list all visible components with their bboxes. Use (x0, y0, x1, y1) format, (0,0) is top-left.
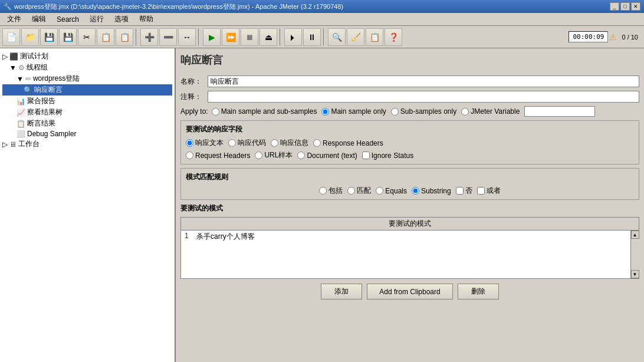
rf-info[interactable]: 响应信息 (271, 138, 308, 148)
aggregate-icon: 📊 (17, 97, 25, 106)
rf-req-headers[interactable]: Request Headers (186, 152, 250, 160)
pr-substring[interactable]: Substring (412, 187, 451, 195)
tree-label-workbench: 工作台 (18, 139, 40, 149)
rf-code[interactable]: 响应代码 (228, 138, 266, 148)
open-button[interactable]: 📁 (21, 28, 39, 46)
menu-help[interactable]: 帮助 (134, 13, 158, 25)
rf-ignore[interactable]: Ignore Status (362, 152, 413, 160)
radio-main-only[interactable]: Main sample only (321, 107, 386, 116)
result-tree-icon: 📈 (17, 108, 25, 117)
tree-item-result-tree[interactable]: 📈 察看结果树 (2, 107, 172, 118)
pr-or[interactable]: 或者 (477, 186, 501, 196)
tree-item-test-plan[interactable]: ▷ ⬛ 测试计划 (2, 51, 172, 62)
tree-item-wordpress[interactable]: ▼ ✏ wordpress登陆 (2, 73, 172, 84)
jmeter-variable-input[interactable] (524, 106, 595, 117)
menu-edit[interactable]: 编辑 (27, 13, 51, 25)
radio-sub-only-input[interactable] (391, 108, 399, 116)
help-btn[interactable]: ❓ (385, 28, 402, 46)
app-icon: 🔧 (4, 3, 12, 11)
list-btn[interactable]: 📋 (366, 28, 383, 46)
rf-headers[interactable]: Response Headers (313, 139, 383, 147)
comment-label: 注释： (180, 92, 204, 102)
warning-icon: ⚠ (609, 32, 617, 42)
add-button[interactable]: 添加 (321, 284, 362, 300)
menu-run[interactable]: 运行 (85, 13, 109, 25)
search-btn[interactable]: 🔍 (328, 28, 346, 46)
apply-to-group: Main sample and sub-samples Main sample … (212, 106, 596, 117)
test-patterns-label: 要测试的模式 (180, 203, 639, 213)
response-field-group: 响应文本 响应代码 响应信息 Response Headers (186, 138, 634, 148)
scroll-up[interactable]: ▲ (631, 231, 639, 239)
maximize-button[interactable]: □ (620, 2, 630, 11)
tree-item-aggregate[interactable]: 📊 聚合报告 (2, 96, 172, 107)
close-button[interactable]: ✕ (631, 2, 640, 11)
scroll-track (631, 239, 639, 270)
cut-button[interactable]: ✂ (78, 28, 96, 46)
start-no-pauses[interactable]: ⏩ (222, 28, 239, 46)
paste-button[interactable]: 📋 (116, 28, 133, 46)
sample-count: 0 / 10 (618, 32, 642, 42)
window-title: wordpress登陆.jmx (D:\study\apache-jmeter-… (14, 2, 343, 11)
rf-text[interactable]: 响应文本 (186, 138, 224, 148)
title-bar-left: 🔧 wordpress登陆.jmx (D:\study\apache-jmete… (4, 2, 343, 11)
pattern-rule-group: 包括 匹配 Equals Substring 否 (186, 186, 634, 196)
assertion-result-icon: 📋 (17, 120, 25, 128)
minimize-button[interactable]: _ (610, 2, 619, 11)
save-button[interactable]: 💾 (40, 28, 58, 46)
save-all-button[interactable]: 💾 (59, 28, 77, 46)
shutdown-button[interactable]: ⏏ (259, 28, 277, 46)
radio-main-sub-label: Main sample and sub-samples (221, 107, 317, 116)
clear-btn[interactable]: 🧹 (347, 28, 364, 46)
radio-main-only-label: Main sample only (331, 107, 386, 116)
radio-jmeter-var[interactable]: JMeter Variable (461, 107, 520, 116)
pr-not[interactable]: 否 (456, 186, 472, 196)
debug-icon: ⬜ (17, 130, 25, 138)
start-button[interactable]: ▶ (203, 28, 221, 46)
tree-item-thread-group[interactable]: ▼ ⚙ 线程组 (2, 62, 172, 73)
radio-main-sub-input[interactable] (212, 108, 219, 116)
add-from-clipboard-button[interactable]: Add from Clipboard (367, 284, 452, 300)
radio-jmeter-var-input[interactable] (461, 108, 469, 116)
name-input[interactable] (208, 75, 639, 87)
rf-url[interactable]: URL样本 (255, 150, 293, 160)
remote-stop-all[interactable]: ⏸ (303, 28, 321, 46)
pr-equals[interactable]: Equals (376, 187, 407, 195)
recorder-icon: ✏ (25, 75, 31, 83)
elapsed-time: 00:00:09 (569, 31, 608, 42)
table-row: 1 杀手carry个人博客 (181, 231, 639, 243)
new-button[interactable]: 📄 (2, 28, 20, 46)
menu-options[interactable]: 选项 (110, 13, 133, 25)
expand-icon-wb: ▷ (2, 140, 8, 149)
duplicate-button[interactable]: ↔ (178, 28, 196, 46)
tree-item-debug[interactable]: ⬜ Debug Sampler (2, 129, 172, 139)
menu-search[interactable]: Search (52, 14, 84, 25)
remove-button[interactable]: ➖ (159, 28, 177, 46)
radio-sub-only[interactable]: Sub-samples only (391, 107, 456, 116)
pr-includes[interactable]: 包括 (319, 186, 343, 196)
tree-item-assert[interactable]: 🔍 响应断言 (2, 84, 172, 96)
tree-item-workbench[interactable]: ▷ 🖥 工作台 (2, 139, 172, 150)
scroll-down[interactable]: ▼ (631, 270, 639, 278)
tree-label-thread-group: 线程组 (27, 62, 48, 73)
comment-input[interactable] (208, 91, 639, 103)
panel-title: 响应断言 (180, 53, 639, 70)
copy-button[interactable]: 📋 (97, 28, 114, 46)
content-panel: 响应断言 名称： 注释： Apply to: Main sample and s… (176, 48, 644, 362)
stop-button[interactable]: ⏹ (241, 28, 258, 46)
assert-icon: 🔍 (24, 86, 32, 94)
remote-start-all[interactable]: ⏵ (284, 28, 302, 46)
pr-match[interactable]: 匹配 (347, 186, 371, 196)
rf-doc[interactable]: Document (text) (297, 152, 357, 160)
radio-main-only-input[interactable] (321, 108, 329, 116)
add-button[interactable]: ➕ (140, 28, 158, 46)
menu-file[interactable]: 文件 (2, 13, 26, 25)
radio-main-sub[interactable]: Main sample and sub-samples (212, 107, 317, 116)
tree-label-result-tree: 察看结果树 (27, 107, 63, 117)
title-bar-controls[interactable]: _ □ ✕ (610, 2, 640, 11)
delete-button[interactable]: 删除 (458, 284, 499, 300)
tree-label-wordpress: wordpress登陆 (33, 74, 80, 84)
separator-1 (136, 28, 138, 46)
tree-item-assertion-result[interactable]: 📋 断言结果 (2, 118, 172, 129)
table-scrollbar[interactable]: ▲ ▼ (630, 231, 639, 278)
row-num: 1 (185, 232, 196, 240)
